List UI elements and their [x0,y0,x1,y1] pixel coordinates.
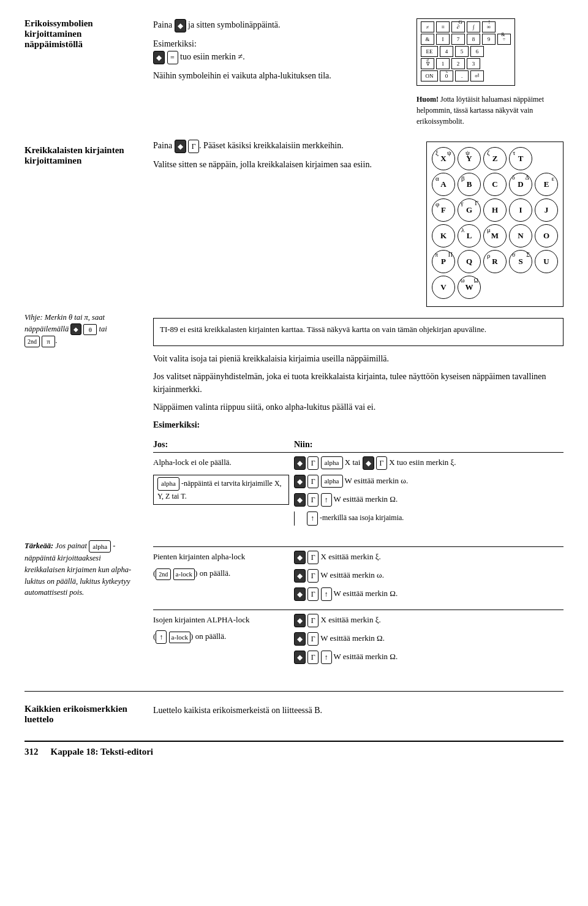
jn-row1: Alpha-lock ei ole päällä. alpha -näppäin… [153,452,564,529]
key-up2: ↑ [321,587,332,601]
key-up1: ↑ [321,493,332,507]
sk-cell-44: 3 [467,58,480,69]
jn-r3-n2: ◆ Γ W esittää merkin Ω. [294,632,559,646]
sk-33: 5 [461,48,464,55]
alpha-badge-tarkea: alpha [89,540,111,553]
key-d1: ◆ [294,456,306,470]
sk-cell-53: . [455,70,469,81]
sk-cell-2: G ∂ [451,21,465,32]
key-g9: Γ [307,632,318,646]
gk-W-greek2: Ω [474,277,478,284]
sk-row4: ∂ ∇ 1 2 3 [421,58,511,69]
footer-page-number: 312 [24,747,39,757]
sk-3: ∫ [473,24,474,30]
gk-R-greek: ρ [487,252,491,259]
sk-23: 7 [457,36,460,42]
tarkea-text: Tärkeää: Jos painat alpha -näppäintä kir… [24,540,135,599]
jn-row3-jos: Isojen kirjainten ALPHA-lock (↑ a-lock) … [153,610,294,673]
gk-I-latin: I [519,205,522,215]
key-alock3: a-lock [169,632,190,643]
gk-A-greek: α [435,175,439,182]
sk-31: EE [426,48,433,55]
gk-A: α A [432,173,455,196]
vihje-text: Vihje: Merkin θ tai π, saat näppäilemäll… [24,312,135,347]
gk-J-latin: J [545,205,549,215]
section2-left-title: Kreikkalaisten kirjainten kirjoittaminen [24,139,147,307]
sk-cell-43: 2 [451,58,465,69]
sk-cell-21: & [421,34,434,45]
key-diamond2: ◆ [153,51,165,64]
section2-bottom: Tärkeää: Jos painat alpha -näppäintä kir… [24,540,564,679]
tarkea-col: Tärkeää: Jos painat alpha -näppäintä kir… [24,540,147,679]
sk-52: ≤ 0 [445,73,448,79]
greek-keyboard: ξ ψ X ψ Y ζ Z [426,142,564,307]
key-g4: Γ [307,493,318,507]
sk-41: ∂ ∇ [426,61,429,67]
sk-32: 4 [445,48,448,55]
sk-51: ON [426,73,434,79]
jn-row3-niin: ◆ Γ X esittää merkin ξ. ◆ Γ W esittää me… [294,610,564,673]
gk-U-latin: U [543,257,549,266]
key-g3: Γ [307,475,318,488]
sk-row2: & I 7 8 9 [421,34,511,45]
section1-left: Erikoissymbolien kirjoittaminen näppäimi… [24,18,147,127]
section2-body: Vihje: Merkin θ tai π, saat näppäilemäll… [24,312,564,535]
jn-r1-inset: alpha -näppäintä ei tarvita kirjaimille … [153,475,289,505]
gk-P: π Π P [432,250,455,273]
sk-cell-26: & ÷ [497,34,511,45]
ti89-note-box: TI-89 ei esitä kreikkalasten kirjainten … [153,318,564,346]
gk-S: σ Σ S [509,250,532,273]
gk-Z-greek: ζ [487,149,490,156]
key-d9: ◆ [294,632,306,646]
jn-r3-n3: ◆ Γ ↑ W esittää merkin Ω. [294,651,559,664]
section1-title: Erikoissymbolien kirjoittaminen näppäimi… [24,18,135,50]
sk-cell-31: EE [421,46,438,57]
gk-M-latin: M [491,231,499,241]
jn-r1-note-text: -merkillä saa isoja kirjaimia. [320,513,404,522]
s2-jos: Jos valitset näppäinyhdistelmän, joka ei… [153,370,564,396]
gk-X-latin: X [440,154,446,164]
key-diamond: ◆ [175,19,186,32]
section2-content-wrap: ξ ψ X ψ Y ζ Z [153,139,564,307]
gk-Q-latin: Q [466,257,472,266]
sk-26: & ÷ [503,36,506,42]
gk-R-latin: R [492,257,497,266]
key-g10: Γ [307,651,318,664]
key-d7: ◆ [294,587,306,601]
gk-F-greek: φ [435,200,439,208]
key-up4: ↑ [321,651,332,664]
gk-E: ε E [535,173,558,196]
gk-Z: ζ Z [483,147,507,170]
gk-E-greek: ε [551,175,554,182]
gk-M: μ M [483,224,507,247]
footer: 312 Kappale 18: Teksti-editori [24,741,564,757]
jn-r3-n1: ◆ Γ X esittää merkin ξ. [294,614,559,627]
key-equals: = [167,51,178,64]
sk-cell-23: 7 [451,34,465,45]
key-alock2: a-lock [173,568,195,580]
sk-42: 1 [442,61,445,67]
sk-53: . [461,73,462,79]
gk-row4: K λ L μ M [432,224,558,247]
sk-24: 8 [472,36,475,42]
sk-row1: ≠ ≡ G ∂ [421,21,511,32]
key-d8: ◆ [294,614,306,627]
gk-K-latin: K [440,231,447,241]
tarkea-label: Tärkeää: [24,542,53,550]
sk-cell-34: 6 [470,46,484,57]
jos-header: Jos: [153,437,294,453]
greek-keyboard-diagram: ξ ψ X ψ Y ζ Z [426,139,564,307]
gk-X-greek2: ψ [447,149,451,156]
gk-L: λ L [458,224,481,247]
key-d6: ◆ [294,569,306,583]
vihje-tai: tai [99,325,107,333]
jn-r3-jos-lock: (↑ a-lock) on päällä. [153,630,289,644]
sk-cell-52: ≤ 0 [440,70,453,81]
key-d10: ◆ [294,651,306,664]
s2-voit: Voit valita isoja tai pieniä kreikkalais… [153,352,564,365]
gk-I: I [509,198,532,222]
section2-title: Kreikkalaisten kirjainten kirjoittaminen [24,145,135,166]
sk-cell-54: ⏎ [470,70,484,81]
key-d2: ◆ [363,456,374,470]
gk-row3: φ F γ Γ G H [432,198,558,222]
